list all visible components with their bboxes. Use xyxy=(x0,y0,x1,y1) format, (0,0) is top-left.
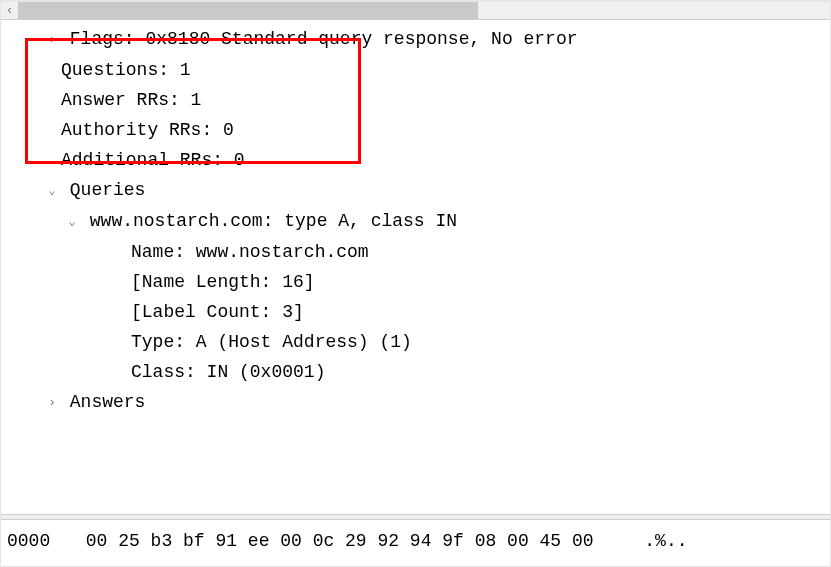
hex-ascii: .%.. xyxy=(604,526,687,556)
scroll-left-icon[interactable]: ‹ xyxy=(1,2,18,19)
query-class-row[interactable]: Class: IN (0x0001) xyxy=(1,357,830,387)
answers-label: Answers xyxy=(70,392,146,412)
authority-rrs-text: Authority RRs: 0 xyxy=(61,120,234,140)
additional-rrs-row[interactable]: Additional RRs: 0 xyxy=(1,145,830,175)
query-type-row[interactable]: Type: A (Host Address) (1) xyxy=(1,327,830,357)
query-summary: www.nostarch.com: type A, class IN xyxy=(90,211,457,231)
scrollbar-track[interactable] xyxy=(18,2,830,19)
packet-detail-tree: › Flags: 0x8180 Standard query response,… xyxy=(1,20,830,514)
questions-text: Questions: 1 xyxy=(61,60,191,80)
answer-rrs-text: Answer RRs: 1 xyxy=(61,90,201,110)
flags-text: Flags: 0x8180 Standard query response, N… xyxy=(70,29,578,49)
hex-dump-pane: 0000 00 25 b3 bf 91 ee 00 0c 29 92 94 9f… xyxy=(1,520,830,556)
answers-row[interactable]: › Answers xyxy=(1,387,830,418)
query-label-count: [Label Count: 3] xyxy=(131,302,304,322)
flags-row[interactable]: › Flags: 0x8180 Standard query response,… xyxy=(1,24,830,55)
query-name: Name: www.nostarch.com xyxy=(131,242,369,262)
authority-rrs-row[interactable]: Authority RRs: 0 xyxy=(1,115,830,145)
additional-rrs-text: Additional RRs: 0 xyxy=(61,150,245,170)
queries-label: Queries xyxy=(70,180,146,200)
chevron-right-icon: › xyxy=(45,388,59,418)
chevron-left-icon: ‹ xyxy=(6,4,13,18)
scrollbar-thumb[interactable] xyxy=(18,2,478,19)
horizontal-scrollbar[interactable]: ‹ xyxy=(1,1,830,20)
query-name-row[interactable]: Name: www.nostarch.com xyxy=(1,237,830,267)
hex-bytes: 00 25 b3 bf 91 ee 00 0c 29 92 94 9f 08 0… xyxy=(86,526,594,556)
query-entry-row[interactable]: ⌄ www.nostarch.com: type A, class IN xyxy=(1,206,830,237)
query-label-count-row[interactable]: [Label Count: 3] xyxy=(1,297,830,327)
chevron-down-icon: ⌄ xyxy=(65,207,79,237)
hex-row[interactable]: 0000 00 25 b3 bf 91 ee 00 0c 29 92 94 9f… xyxy=(1,526,830,556)
query-type: Type: A (Host Address) (1) xyxy=(131,332,412,352)
chevron-down-icon: ⌄ xyxy=(45,176,59,206)
query-name-length-row[interactable]: [Name Length: 16] xyxy=(1,267,830,297)
answer-rrs-row[interactable]: Answer RRs: 1 xyxy=(1,85,830,115)
packet-details-window: ‹ › Flags: 0x8180 Standard query respons… xyxy=(0,0,831,567)
query-name-length: [Name Length: 16] xyxy=(131,272,315,292)
chevron-right-icon: › xyxy=(45,25,59,55)
queries-row[interactable]: ⌄ Queries xyxy=(1,175,830,206)
hex-offset: 0000 xyxy=(1,526,75,556)
questions-row[interactable]: Questions: 1 xyxy=(1,55,830,85)
query-class: Class: IN (0x0001) xyxy=(131,362,325,382)
